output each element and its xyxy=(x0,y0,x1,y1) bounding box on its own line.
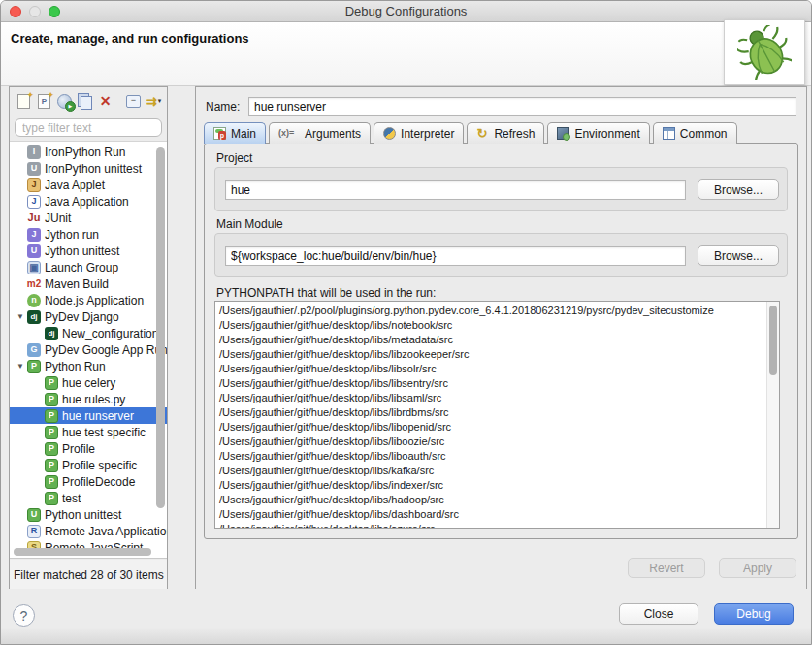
tree-item-test[interactable]: P test xyxy=(10,490,167,506)
tree-item-profile-specific[interactable]: P Profile specific xyxy=(10,457,167,473)
main-module-input[interactable] xyxy=(225,246,686,266)
tree-vertical-scrollbar[interactable] xyxy=(156,147,165,508)
dialog-footer: ? Close Debug xyxy=(1,589,811,644)
tab-label: Arguments xyxy=(305,127,361,141)
tree-item-hue-rules-py[interactable]: P hue rules.py xyxy=(10,391,167,407)
tree-item-profile[interactable]: P Profile xyxy=(10,440,167,457)
pythonpath-entry[interactable]: /Users/jgauthier/git/hue/desktop/libs/li… xyxy=(215,391,779,405)
project-browse-button[interactable]: Browse... xyxy=(698,179,779,200)
tree-item-ironpython-unittest[interactable]: U IronPython unittest xyxy=(10,160,167,177)
tab-environment[interactable]: Environment xyxy=(547,122,649,144)
pythonpath-scrollbar-thumb[interactable] xyxy=(769,306,777,375)
pythonpath-entry[interactable]: /Users/jgauthier/git/hue/desktop/libs/az… xyxy=(215,522,779,529)
java-application-icon: J xyxy=(27,195,41,209)
tab-label: Interpreter xyxy=(401,127,454,141)
maven-build-icon: m2 xyxy=(27,277,41,291)
minimize-window-button[interactable] xyxy=(29,6,41,17)
tree-item-ironpython-run[interactable]: I IronPython Run xyxy=(10,144,167,160)
titlebar[interactable]: Debug Configurations xyxy=(1,1,811,22)
tab-interpreter[interactable]: Interpreter xyxy=(374,122,464,144)
filter-launch-configurations-button[interactable] xyxy=(144,92,164,111)
tree-item-pydev-google-app-run[interactable]: G PyDev Google App Run xyxy=(10,341,167,358)
close-button[interactable]: Close xyxy=(619,603,698,625)
project-input[interactable] xyxy=(225,180,686,200)
python-run-icon: P xyxy=(45,393,58,406)
configuration-tabs: Main Arguments Interpreter Refresh Envir… xyxy=(204,122,798,144)
tree-item-python-unittest[interactable]: U Python unittest xyxy=(10,506,167,523)
delete-configuration-button[interactable] xyxy=(95,92,115,111)
tree-item-jython-unittest[interactable]: U Jython unittest xyxy=(10,242,167,259)
new-configuration-button[interactable] xyxy=(14,92,34,111)
pythonpath-label: PYTHONPATH that will be used in the run: xyxy=(216,286,436,300)
export-configurations-button[interactable] xyxy=(54,92,75,111)
tree-item-hue-runserver[interactable]: P hue runserver xyxy=(10,407,167,424)
pythonpath-scrollbar-track[interactable] xyxy=(766,302,779,528)
pythonpath-entry[interactable]: /Users/jgauthier/git/hue/desktop/libs/in… xyxy=(215,478,779,493)
bug-icon xyxy=(737,25,792,80)
pythonpath-entry[interactable]: /Users/jgauthier/git/hue/desktop/libs/li… xyxy=(215,347,779,362)
python-run-icon: P xyxy=(27,360,41,373)
close-window-button[interactable] xyxy=(10,6,21,17)
pythonpath-entry[interactable]: /Users/jgauthier/git/hue/desktop/libs/li… xyxy=(215,405,779,420)
expand-arrow-icon[interactable]: ▼ xyxy=(16,362,27,371)
pythonpath-entry[interactable]: /Users/jgauthier/git/hue/desktop/libs/da… xyxy=(215,507,779,522)
tree-item-label: hue rules.py xyxy=(62,393,125,406)
java-applet-icon: J xyxy=(27,178,41,192)
tree-horizontal-scrollbar[interactable] xyxy=(14,548,151,556)
expand-arrow-icon[interactable]: ▼ xyxy=(16,312,27,321)
apply-button[interactable]: Apply xyxy=(719,558,796,578)
tree-item-junit[interactable]: Ju JUnit xyxy=(10,210,167,226)
debug-button[interactable]: Debug xyxy=(714,603,794,625)
tree-item-label: Profile xyxy=(62,442,95,456)
pythonpath-entry[interactable]: /Users/jgauthier/.p2/pool/plugins/org.py… xyxy=(215,304,779,318)
name-label: Name: xyxy=(206,100,240,113)
duplicate-configuration-button[interactable] xyxy=(75,92,95,111)
main-tab-icon xyxy=(213,127,226,140)
pythonpath-entry[interactable]: /Users/jgauthier/git/hue/desktop/libs/me… xyxy=(215,333,779,347)
tree-item-hue-celery[interactable]: P hue celery xyxy=(10,374,167,391)
tab-arguments[interactable]: Arguments xyxy=(269,122,371,144)
pythonpath-entry[interactable]: /Users/jgauthier/git/hue/desktop/libs/li… xyxy=(215,362,779,376)
interpreter-tab-icon xyxy=(383,127,396,140)
name-input[interactable] xyxy=(248,97,796,116)
new-prototype-button[interactable] xyxy=(34,92,54,111)
tree-item-profiledecode[interactable]: P ProfileDecode xyxy=(10,473,167,490)
tree-item-pydev-django[interactable]: ▼ dj PyDev Django xyxy=(10,308,167,325)
collapse-all-button[interactable] xyxy=(123,92,144,111)
tree-item-hue-test-specific[interactable]: P hue test specific xyxy=(10,424,167,440)
tree-item-java-applet[interactable]: J Java Applet xyxy=(10,177,167,193)
tab-main[interactable]: Main xyxy=(204,122,266,144)
tree-item-maven-build[interactable]: m2 Maven Build xyxy=(10,275,167,292)
tree-item-new-configuration[interactable]: dj New_configuration xyxy=(10,325,167,341)
launch-group-icon: ▣ xyxy=(27,261,41,274)
pythonpath-entry[interactable]: /Users/jgauthier/git/hue/desktop/libs/ha… xyxy=(215,493,779,507)
pydev-google-app-icon: G xyxy=(27,343,41,357)
help-button[interactable]: ? xyxy=(13,604,35,627)
filter-input[interactable] xyxy=(15,118,162,137)
tree-item-label: test xyxy=(62,492,81,505)
window-title: Debug Configurations xyxy=(345,4,468,18)
tree-item-python-run[interactable]: ▼ P Python Run xyxy=(10,358,167,374)
tree-item-label: Maven Build xyxy=(45,277,109,291)
tree-item-launch-group[interactable]: ▣ Launch Group xyxy=(10,259,167,275)
tree-item-nodejs-application[interactable]: n Node.js Application xyxy=(10,292,167,308)
tab-refresh[interactable]: Refresh xyxy=(467,122,544,144)
pythonpath-entry[interactable]: /Users/jgauthier/git/hue/desktop/libs/li… xyxy=(215,449,779,464)
pythonpath-entry[interactable]: /Users/jgauthier/git/hue/desktop/libs/ka… xyxy=(215,464,779,478)
tree-item-label: hue runserver xyxy=(62,409,134,423)
revert-button[interactable]: Revert xyxy=(628,558,705,578)
pythonpath-entry[interactable]: /Users/jgauthier/git/hue/desktop/libs/li… xyxy=(215,376,779,391)
pythonpath-entry[interactable]: /Users/jgauthier/git/hue/desktop/libs/no… xyxy=(215,318,779,333)
tree-item-jython-run[interactable]: J Jython run xyxy=(10,226,167,242)
zoom-window-button[interactable] xyxy=(49,6,60,17)
pythonpath-entry[interactable]: /Users/jgauthier/git/hue/desktop/libs/li… xyxy=(215,435,779,449)
tree-item-label: Jython unittest xyxy=(45,244,119,258)
tree-item-label: Profile specific xyxy=(62,459,137,472)
pythonpath-entry[interactable]: /Users/jgauthier/git/hue/desktop/libs/li… xyxy=(215,420,779,435)
tree-item-remote-java-application[interactable]: R Remote Java Application xyxy=(10,523,167,539)
tab-common[interactable]: Common xyxy=(653,122,737,144)
tree-item-label: New_configuration xyxy=(62,327,158,340)
main-module-browse-button[interactable]: Browse... xyxy=(698,245,779,266)
tree-item-java-application[interactable]: J Java Application xyxy=(10,193,167,210)
project-group: Browse... xyxy=(214,167,788,211)
